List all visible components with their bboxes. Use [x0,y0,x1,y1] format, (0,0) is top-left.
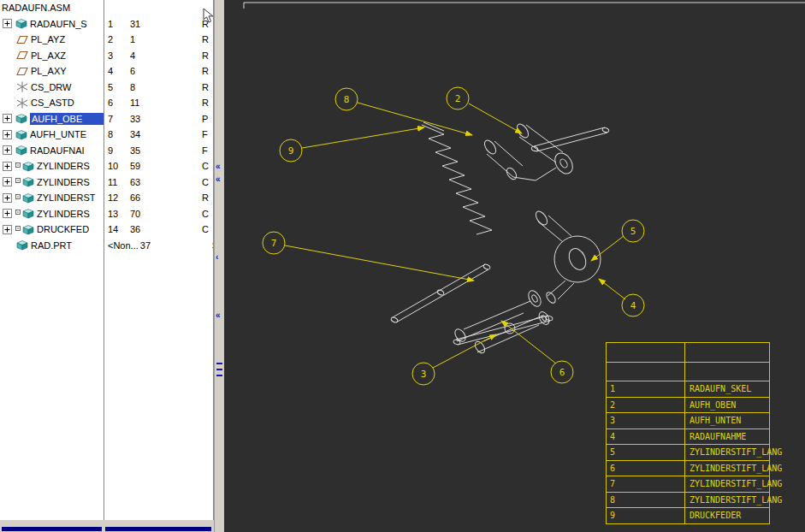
feat-status: F [202,129,208,139]
tree-item-radaufnahme[interactable]: RADAUFNAI [0,143,104,159]
balloon-9[interactable]: 9 [280,139,302,162]
tree-item-columns[interactable]: 21R [104,32,213,48]
bom-row[interactable]: 7ZYLINDERSTIFT_LANG [607,476,769,492]
expand-plus-icon[interactable] [3,162,12,171]
tree-item-columns[interactable]: 935F [104,143,213,159]
tree-item-cs-astd[interactable]: CS_ASTD [0,95,104,111]
bom-index: 2 [607,398,685,413]
balloon-4[interactable]: 4 [622,294,644,316]
chevron-left-icon[interactable]: ‹ [216,253,218,262]
tree-item-label: ZYLINDERS [37,209,90,219]
balloon-2[interactable]: 2 [447,87,469,109]
expand-plus-icon[interactable] [3,145,12,155]
tree-item-rad-prt[interactable]: RAD.PRT [0,238,104,254]
tree-item-druckfeder[interactable]: DRUCKFED [0,222,104,238]
expand-plus-icon[interactable] [3,209,12,218]
bom-index: 7 [607,476,685,492]
bom-row[interactable]: 9DRUCKFEDER [607,507,769,523]
balloon-7[interactable]: 7 [263,232,285,254]
feat-id: 59 [130,161,202,171]
tree-item-columns[interactable]: 58R [104,80,213,96]
bom-row[interactable]: 2AUFH_OBEN [607,397,769,413]
feat-number: 3 [108,50,130,61]
part-icon [15,145,27,156]
feat-number: 12 [108,192,130,203]
expand-plus-icon[interactable] [3,114,12,123]
tree-item-columns[interactable]: <Non...37S [104,238,213,254]
tree-item-cs-drw[interactable]: CS_DRW [0,80,104,96]
tree-item-zylinderstift-4[interactable]: ZYLINDERS [0,206,104,222]
chevron-left-icon[interactable]: « [216,311,221,320]
balloon-3[interactable]: 3 [412,363,435,385]
tree-item-columns[interactable]: 834F [104,127,213,143]
chevron-left-icon[interactable]: « [216,163,221,171]
feat-number: 13 [108,209,130,219]
tree-item-aufh-unten[interactable]: AUFH_UNTE [0,127,104,143]
bom-part-name: RADAUFNAHME [685,429,746,445]
bom-header-cell [685,363,690,381]
tree-item-zylinderstift-3[interactable]: ZYLINDERST [0,190,104,206]
tree-item-columns[interactable]: 1266R [104,190,213,206]
wheel-carrier-wireframe[interactable] [534,210,601,304]
expand-plus-icon[interactable] [3,177,12,186]
balloon-6[interactable]: 6 [551,361,573,383]
expand-plus-icon[interactable] [3,225,12,234]
part-icon [15,129,27,140]
upper-pin-wireframe[interactable] [531,127,610,151]
tree-item-radaufn-skel[interactable]: RADAUFN_S [0,16,104,33]
part-icon [15,113,27,124]
tree-item-columns[interactable]: 1163C [104,174,213,191]
tree-item-label: PL_AYZ [31,34,65,44]
tree-item-aufh-oben-selected[interactable]: AUFH_OBE [0,111,104,127]
tree-item-columns[interactable]: 1436C [104,222,213,238]
feat-id: 37 [140,240,212,251]
graphics-area[interactable]: 8 2 9 5 7 4 3 6 [224,0,805,532]
part-icon [22,176,34,187]
upper-arm-wireframe[interactable] [482,122,577,181]
tree-item-columns[interactable]: 1370C [104,206,213,222]
chevron-left-icon[interactable]: « [216,175,221,184]
tree-item-pl-axy[interactable]: PL_AXY [0,63,104,80]
balloon-8[interactable]: 8 [335,88,358,110]
drawing-sheet-border [244,3,805,9]
tree-item-pl-ayz[interactable]: PL_AYZ [0,32,104,48]
tree-item-zylinderstift-1[interactable]: ZYLINDERS [0,158,104,174]
feat-id: 33 [130,114,202,124]
bom-row[interactable]: 8ZYLINDERSTIFT_LANG [607,492,769,508]
balloon-number: 2 [455,93,461,104]
long-pin-wireframe[interactable] [390,263,490,323]
tree-item-columns[interactable]: 733P [104,111,213,127]
feat-id: 34 [130,129,202,139]
bom-header-row [607,343,769,362]
tree-item-pl-axz[interactable]: PL_AXZ [0,48,104,64]
tree-item-columns[interactable]: 1059C [104,158,213,174]
balloon-5[interactable]: 5 [622,220,644,242]
bom-index: 8 [607,493,685,508]
expand-plus-icon[interactable] [3,193,12,203]
tree-item-columns[interactable]: 34R [104,48,213,64]
feat-number: 2 [108,34,130,44]
expand-plus-icon[interactable] [3,19,12,28]
datum-plane-icon [16,50,28,61]
feat-status: R [202,98,209,108]
bom-row[interactable]: 5ZYLINDERSTIFT_LANG [607,444,769,460]
tree-item-columns[interactable]: 46R [104,63,213,80]
bom-row[interactable]: 4RADAUFNAHME [607,429,769,445]
tree-item-columns[interactable]: 611R [104,95,213,111]
balloon-leaders [285,103,625,368]
tree-item-columns[interactable]: 131R [104,16,213,33]
bom-row[interactable]: 3AUFH_UNTEN [607,412,769,429]
feat-status: R [202,192,209,203]
balloon-number: 4 [630,300,636,311]
panel-splitter[interactable]: « « ‹ « [214,0,224,532]
expand-plus-icon[interactable] [3,130,12,139]
columns-header-spacer [104,0,213,16]
spring-druckfeder-wireframe[interactable] [422,122,492,234]
balloon-number: 7 [271,238,277,249]
bom-row[interactable]: 6ZYLINDERSTIFT_LANG [607,460,769,476]
tree-root[interactable]: RADAUFN.ASM [0,0,104,16]
bom-row[interactable]: 1RADAUFN_SKEL [607,381,769,397]
bom-header-cell [607,363,685,381]
tree-item-zylinderstift-2[interactable]: ZYLINDERS [0,174,104,191]
tree-bottom-scroll-edge [2,527,102,531]
